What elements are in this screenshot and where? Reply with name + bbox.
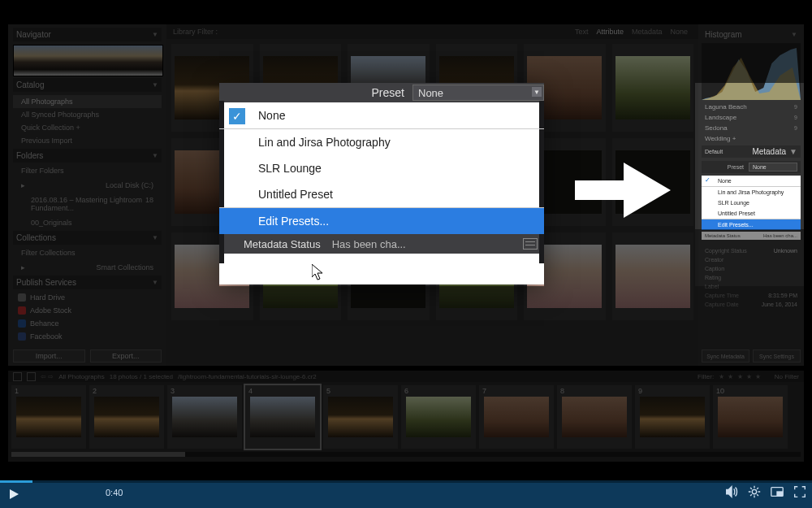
filmstrip-cell[interactable]: 6 [401, 385, 476, 449]
sync-settings-button[interactable]: Sync Settings [753, 350, 801, 363]
fullscreen-icon[interactable] [793, 484, 807, 499]
publish-service[interactable]: Facebook [13, 330, 162, 343]
frame-number: 5 [326, 387, 330, 395]
catalog-item[interactable]: All Photographs [13, 95, 162, 108]
volume-icon[interactable] [724, 484, 739, 499]
metadata-header[interactable]: Default Metadata ▼ [702, 145, 801, 158]
chevron-down-icon: ▼ [791, 31, 797, 38]
collections-filter[interactable]: Filter Collections [13, 246, 162, 259]
list-icon[interactable] [523, 238, 538, 250]
filter-tab[interactable]: None [670, 28, 688, 36]
dropdown-item[interactable]: Lin and Jirsa Photography [702, 186, 801, 198]
filmstrip-row[interactable]: 12345678910 [8, 382, 804, 452]
keyword-item[interactable]: Landscape9 [702, 112, 801, 123]
dropdown-item[interactable]: SLR Lounge [219, 155, 544, 181]
filter-tab[interactable]: Metadata [632, 28, 663, 36]
collections-header[interactable]: Collections▼ [13, 231, 162, 245]
scroll-handle[interactable] [11, 452, 185, 457]
sync-metadata-button[interactable]: Sync Metadata [702, 350, 749, 363]
filter-preset[interactable]: No Filter [767, 373, 799, 380]
gear-icon[interactable] [747, 484, 762, 499]
filmstrip-cell[interactable]: 7 [479, 385, 554, 449]
metadata-field[interactable]: Copyright StatusUnknown [702, 246, 801, 255]
catalog-header[interactable]: Catalog▼ [13, 78, 162, 92]
dropdown-item[interactable]: ✓None [219, 102, 544, 128]
histogram-header[interactable]: Histogram▼ [702, 28, 801, 41]
preset-dropdown-zoom: Preset None ▼ ✓NoneLin and Jirsa Photogr… [219, 83, 544, 284]
filmstrip-path[interactable]: All Photographs [58, 373, 104, 380]
keyword-item[interactable]: Wedding + [702, 133, 801, 144]
progress-bar[interactable] [0, 480, 812, 483]
pip-icon[interactable] [770, 484, 784, 499]
dropdown-item[interactable]: Edit Presets... [219, 207, 544, 234]
dropdown-item[interactable]: SLR Lounge [702, 198, 801, 208]
filmstrip-cell[interactable]: 4 [245, 385, 320, 449]
metadata-view-select[interactable]: Default [705, 149, 723, 154]
time-elapsed: 0:40 [106, 488, 123, 497]
filmstrip-cell[interactable]: 1 [11, 385, 86, 449]
filmstrip-cell[interactable]: 5 [323, 385, 398, 449]
metadata-field[interactable]: Rating [702, 273, 801, 282]
metadata-field[interactable]: Caption [702, 264, 801, 273]
folder-filter[interactable]: Filter Folders [13, 164, 162, 177]
rating-filter[interactable]: ★ ★ ★ ★ ★ [719, 373, 762, 380]
dropdown-item[interactable]: Untitled Preset [702, 208, 801, 219]
metadata-field[interactable]: Label [702, 282, 801, 291]
publish-service[interactable]: Behance [13, 317, 162, 330]
thumbnail [640, 397, 704, 437]
grid-cell[interactable] [612, 138, 694, 226]
filter-tab[interactable]: Text [575, 28, 589, 36]
export-button[interactable]: Export... [90, 350, 162, 363]
publish-service[interactable]: Adobe Stock [13, 304, 162, 317]
check-icon: ✓ [229, 108, 245, 124]
filmstrip-cell[interactable]: 3 [167, 385, 242, 449]
metadata-preset-row[interactable]: Preset None [702, 161, 801, 173]
thumbnail [718, 397, 782, 437]
preset-value[interactable]: None [749, 163, 797, 172]
play-button[interactable] [0, 480, 28, 508]
dropdown-item[interactable]: Untitled Preset [219, 181, 544, 207]
folder-item[interactable]: 00_Originals [13, 216, 162, 229]
navigator-header[interactable]: Navigator▼ [13, 28, 162, 41]
metadata-field[interactable]: Capture Time8:31:59 PM [702, 291, 801, 300]
metadata-field[interactable]: Capture DateJune 16, 2014 [702, 300, 801, 309]
dropdown-item[interactable]: None [702, 176, 801, 186]
folder-drive[interactable]: ▸ Local Disk (C:) [13, 179, 162, 192]
preset-select[interactable]: None ▼ [412, 85, 544, 101]
metadata-status-value: Has been cha... [332, 238, 406, 250]
keyword-item[interactable]: Sedona9 [702, 123, 801, 133]
metadata-field[interactable]: Creator [702, 255, 801, 264]
filmstrip-cell[interactable]: 2 [89, 385, 164, 449]
chevron-down-icon: ▼ [152, 81, 158, 89]
smart-collections[interactable]: ▸ Smart Collections [13, 261, 162, 274]
filmstrip-cell[interactable]: 10 [713, 385, 788, 449]
navigator-preview[interactable] [13, 45, 163, 76]
svg-marker-2 [10, 489, 19, 499]
preset-dropdown-list: ✓NoneLin and Jirsa PhotographySLR Lounge… [219, 102, 544, 234]
main-monitor-icon[interactable] [27, 372, 36, 381]
secondary-monitor-icon[interactable] [13, 372, 22, 381]
grid-cell[interactable] [612, 44, 694, 132]
catalog-item[interactable]: All Synced Photographs [13, 108, 162, 121]
catalog-item[interactable]: Previous Import [13, 134, 162, 147]
filmstrip-scrollbar[interactable] [11, 452, 801, 457]
keyword-item[interactable]: Laguna Beach9 [702, 102, 801, 112]
publish-header[interactable]: Publish Services▼ [13, 276, 162, 289]
dropdown-item[interactable]: Lin and Jirsa Photography [219, 128, 544, 155]
thumbnail [250, 397, 314, 437]
right-panel: Histogram▼ Laguna Beach9Landscape9Sedona… [698, 24, 804, 366]
preset-row-zoom[interactable]: Preset None ▼ [219, 83, 544, 102]
import-button[interactable]: Import... [13, 350, 85, 363]
dropdown-item[interactable]: Edit Presets... [702, 219, 801, 230]
catalog-item[interactable]: Quick Collection + [13, 121, 162, 134]
filmstrip-cell[interactable]: 9 [635, 385, 710, 449]
metadata-info: Copyright StatusUnknownCreatorCaptionRat… [702, 246, 801, 309]
filmstrip-cell[interactable]: 8 [557, 385, 632, 449]
filter-tab[interactable]: Attribute [596, 28, 624, 36]
publish-service[interactable]: Hard Drive [13, 291, 162, 304]
folders-header[interactable]: Folders▼ [13, 149, 162, 163]
frame-number: 10 [716, 387, 724, 395]
thumbnail [406, 397, 470, 437]
folder-item[interactable]: 2016.08.16 – Mastering Lightroom Fundame… [13, 193, 162, 215]
grid-cell[interactable] [612, 232, 694, 320]
